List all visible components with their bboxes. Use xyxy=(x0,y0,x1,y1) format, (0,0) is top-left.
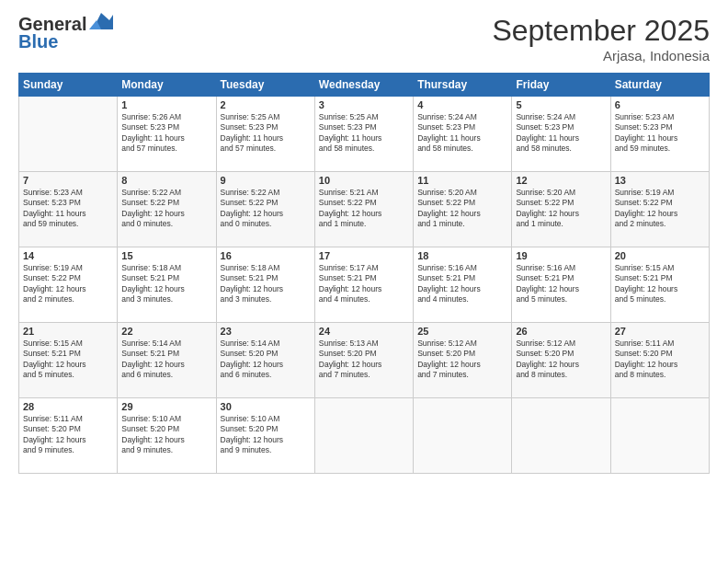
day-info: Sunrise: 5:24 AM Sunset: 5:23 PM Dayligh… xyxy=(417,112,507,155)
calendar-header-friday: Friday xyxy=(512,74,610,97)
calendar-cell: 11Sunrise: 5:20 AM Sunset: 5:22 PM Dayli… xyxy=(414,172,512,247)
calendar-cell xyxy=(414,398,512,474)
calendar-cell xyxy=(512,398,610,474)
day-number: 30 xyxy=(221,401,311,412)
day-number: 17 xyxy=(319,250,409,261)
calendar-cell: 9Sunrise: 5:22 AM Sunset: 5:22 PM Daylig… xyxy=(216,172,314,247)
calendar-cell: 17Sunrise: 5:17 AM Sunset: 5:21 PM Dayli… xyxy=(314,247,413,323)
day-info: Sunrise: 5:25 AM Sunset: 5:23 PM Dayligh… xyxy=(221,112,311,155)
calendar-cell: 21Sunrise: 5:15 AM Sunset: 5:21 PM Dayli… xyxy=(19,323,118,398)
day-info: Sunrise: 5:10 AM Sunset: 5:20 PM Dayligh… xyxy=(121,414,211,456)
day-number: 11 xyxy=(417,175,507,186)
day-info: Sunrise: 5:15 AM Sunset: 5:21 PM Dayligh… xyxy=(615,263,705,305)
day-info: Sunrise: 5:24 AM Sunset: 5:23 PM Dayligh… xyxy=(516,112,606,155)
calendar-cell: 12Sunrise: 5:20 AM Sunset: 5:22 PM Dayli… xyxy=(512,172,610,247)
calendar-cell: 25Sunrise: 5:12 AM Sunset: 5:20 PM Dayli… xyxy=(414,323,512,398)
calendar-cell: 22Sunrise: 5:14 AM Sunset: 5:21 PM Dayli… xyxy=(118,323,216,398)
day-number: 22 xyxy=(121,326,211,337)
calendar-header-sunday: Sunday xyxy=(19,74,118,97)
page: General Blue September 2025 Arjasa, Indo… xyxy=(0,0,728,563)
calendar-header-thursday: Thursday xyxy=(414,74,512,97)
calendar-header-monday: Monday xyxy=(118,74,216,97)
calendar-cell: 30Sunrise: 5:10 AM Sunset: 5:20 PM Dayli… xyxy=(216,398,314,474)
day-number: 27 xyxy=(615,326,705,337)
day-number: 23 xyxy=(221,326,311,337)
day-number: 16 xyxy=(221,250,311,261)
day-number: 5 xyxy=(516,99,606,110)
calendar-cell xyxy=(314,398,413,474)
day-number: 21 xyxy=(23,326,113,337)
calendar-week-row-1: 1Sunrise: 5:26 AM Sunset: 5:23 PM Daylig… xyxy=(19,97,710,172)
day-number: 26 xyxy=(516,326,606,337)
day-info: Sunrise: 5:20 AM Sunset: 5:22 PM Dayligh… xyxy=(417,188,507,230)
day-number: 25 xyxy=(417,326,507,337)
calendar-header-row: SundayMondayTuesdayWednesdayThursdayFrid… xyxy=(19,74,710,97)
day-info: Sunrise: 5:21 AM Sunset: 5:22 PM Dayligh… xyxy=(319,188,409,230)
day-info: Sunrise: 5:18 AM Sunset: 5:21 PM Dayligh… xyxy=(221,263,311,305)
day-number: 14 xyxy=(23,250,113,261)
day-info: Sunrise: 5:25 AM Sunset: 5:23 PM Dayligh… xyxy=(319,112,409,155)
day-number: 7 xyxy=(23,175,113,186)
calendar-cell: 18Sunrise: 5:16 AM Sunset: 5:21 PM Dayli… xyxy=(414,247,512,323)
day-number: 13 xyxy=(615,175,705,186)
calendar-cell: 3Sunrise: 5:25 AM Sunset: 5:23 PM Daylig… xyxy=(314,97,413,172)
day-number: 20 xyxy=(615,250,705,261)
day-info: Sunrise: 5:11 AM Sunset: 5:20 PM Dayligh… xyxy=(23,414,113,456)
calendar-cell: 5Sunrise: 5:24 AM Sunset: 5:23 PM Daylig… xyxy=(512,97,610,172)
day-info: Sunrise: 5:26 AM Sunset: 5:23 PM Dayligh… xyxy=(121,112,211,155)
calendar-cell: 29Sunrise: 5:10 AM Sunset: 5:20 PM Dayli… xyxy=(118,398,216,474)
calendar-header-tuesday: Tuesday xyxy=(216,74,314,97)
calendar-cell: 14Sunrise: 5:19 AM Sunset: 5:22 PM Dayli… xyxy=(19,247,118,323)
day-number: 1 xyxy=(121,99,211,110)
day-number: 2 xyxy=(221,99,311,110)
day-info: Sunrise: 5:12 AM Sunset: 5:20 PM Dayligh… xyxy=(417,339,507,381)
header: General Blue September 2025 Arjasa, Indo… xyxy=(18,14,710,63)
calendar-cell: 28Sunrise: 5:11 AM Sunset: 5:20 PM Dayli… xyxy=(19,398,118,474)
calendar-cell: 7Sunrise: 5:23 AM Sunset: 5:23 PM Daylig… xyxy=(19,172,118,247)
day-info: Sunrise: 5:12 AM Sunset: 5:20 PM Dayligh… xyxy=(516,339,606,381)
calendar-cell xyxy=(19,97,118,172)
day-info: Sunrise: 5:15 AM Sunset: 5:21 PM Dayligh… xyxy=(23,339,113,381)
day-info: Sunrise: 5:18 AM Sunset: 5:21 PM Dayligh… xyxy=(121,263,211,305)
day-number: 9 xyxy=(221,175,311,186)
day-info: Sunrise: 5:19 AM Sunset: 5:22 PM Dayligh… xyxy=(615,188,705,230)
calendar-week-row-3: 14Sunrise: 5:19 AM Sunset: 5:22 PM Dayli… xyxy=(19,247,710,323)
day-info: Sunrise: 5:13 AM Sunset: 5:20 PM Dayligh… xyxy=(319,339,409,381)
day-number: 3 xyxy=(319,99,409,110)
calendar-cell: 2Sunrise: 5:25 AM Sunset: 5:23 PM Daylig… xyxy=(216,97,314,172)
calendar-week-row-5: 28Sunrise: 5:11 AM Sunset: 5:20 PM Dayli… xyxy=(19,398,710,474)
calendar-cell: 16Sunrise: 5:18 AM Sunset: 5:21 PM Dayli… xyxy=(216,247,314,323)
day-info: Sunrise: 5:23 AM Sunset: 5:23 PM Dayligh… xyxy=(23,188,113,230)
calendar-cell: 6Sunrise: 5:23 AM Sunset: 5:23 PM Daylig… xyxy=(610,97,709,172)
calendar-cell xyxy=(610,398,709,474)
day-number: 28 xyxy=(23,401,113,412)
day-info: Sunrise: 5:17 AM Sunset: 5:21 PM Dayligh… xyxy=(319,263,409,305)
day-info: Sunrise: 5:16 AM Sunset: 5:21 PM Dayligh… xyxy=(516,263,606,305)
month-title: September 2025 xyxy=(492,14,710,48)
calendar-cell: 4Sunrise: 5:24 AM Sunset: 5:23 PM Daylig… xyxy=(414,97,512,172)
calendar-cell: 13Sunrise: 5:19 AM Sunset: 5:22 PM Dayli… xyxy=(610,172,709,247)
calendar-cell: 19Sunrise: 5:16 AM Sunset: 5:21 PM Dayli… xyxy=(512,247,610,323)
day-info: Sunrise: 5:19 AM Sunset: 5:22 PM Dayligh… xyxy=(23,263,113,305)
day-number: 19 xyxy=(516,250,606,261)
calendar-cell: 24Sunrise: 5:13 AM Sunset: 5:20 PM Dayli… xyxy=(314,323,413,398)
calendar-cell: 20Sunrise: 5:15 AM Sunset: 5:21 PM Dayli… xyxy=(610,247,709,323)
calendar-cell: 1Sunrise: 5:26 AM Sunset: 5:23 PM Daylig… xyxy=(118,97,216,172)
day-info: Sunrise: 5:22 AM Sunset: 5:22 PM Dayligh… xyxy=(221,188,311,230)
calendar-cell: 26Sunrise: 5:12 AM Sunset: 5:20 PM Dayli… xyxy=(512,323,610,398)
calendar-cell: 23Sunrise: 5:14 AM Sunset: 5:20 PM Dayli… xyxy=(216,323,314,398)
day-info: Sunrise: 5:22 AM Sunset: 5:22 PM Dayligh… xyxy=(121,188,211,230)
day-number: 6 xyxy=(615,99,705,110)
day-number: 15 xyxy=(121,250,211,261)
calendar-week-row-4: 21Sunrise: 5:15 AM Sunset: 5:21 PM Dayli… xyxy=(19,323,710,398)
calendar-cell: 8Sunrise: 5:22 AM Sunset: 5:22 PM Daylig… xyxy=(118,172,216,247)
calendar-cell: 27Sunrise: 5:11 AM Sunset: 5:20 PM Dayli… xyxy=(610,323,709,398)
day-info: Sunrise: 5:23 AM Sunset: 5:23 PM Dayligh… xyxy=(615,112,705,155)
day-info: Sunrise: 5:20 AM Sunset: 5:22 PM Dayligh… xyxy=(516,188,606,230)
calendar-table: SundayMondayTuesdayWednesdayThursdayFrid… xyxy=(18,73,710,474)
day-number: 4 xyxy=(417,99,507,110)
title-block: September 2025 Arjasa, Indonesia xyxy=(492,14,710,63)
day-info: Sunrise: 5:14 AM Sunset: 5:20 PM Dayligh… xyxy=(221,339,311,381)
day-info: Sunrise: 5:10 AM Sunset: 5:20 PM Dayligh… xyxy=(221,414,311,456)
day-number: 12 xyxy=(516,175,606,186)
